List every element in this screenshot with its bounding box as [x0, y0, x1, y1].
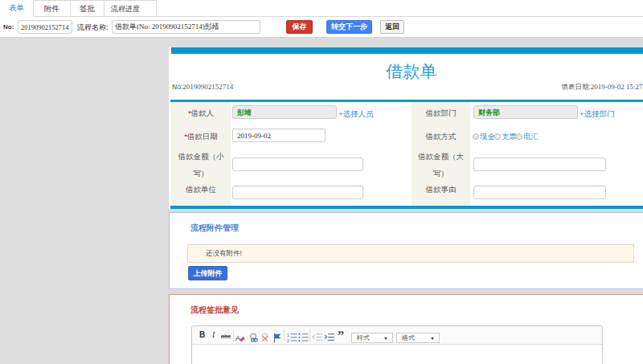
- svg-text:2: 2: [287, 338, 289, 343]
- svg-text:A: A: [235, 334, 240, 342]
- svg-text:1: 1: [287, 333, 289, 337]
